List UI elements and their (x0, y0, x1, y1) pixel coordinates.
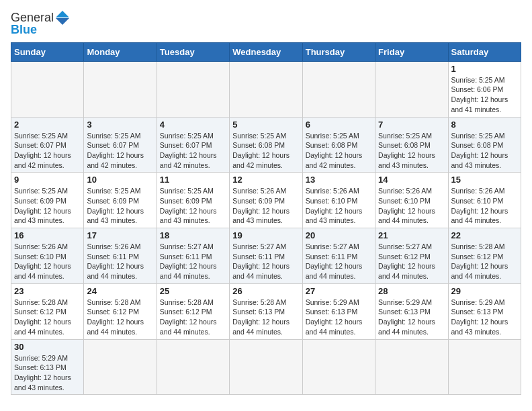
calendar-week-row: 23Sunrise: 5:28 AM Sunset: 6:12 PM Dayli… (11, 283, 521, 339)
calendar-table: SundayMondayTuesdayWednesdayThursdayFrid… (11, 42, 521, 396)
day-info: Sunrise: 5:26 AM Sunset: 6:11 PM Dayligh… (87, 242, 153, 281)
day-info: Sunrise: 5:25 AM Sunset: 6:08 PM Dayligh… (378, 131, 445, 171)
calendar-body: 1Sunrise: 5:25 AM Sunset: 6:06 PM Daylig… (11, 61, 521, 395)
day-info: Sunrise: 5:27 AM Sunset: 6:11 PM Dayligh… (160, 242, 226, 281)
day-number: 29 (451, 286, 518, 296)
day-number: 22 (451, 230, 518, 240)
day-number: 25 (160, 286, 226, 296)
day-number: 21 (378, 230, 445, 240)
day-number: 13 (306, 175, 372, 185)
day-info: Sunrise: 5:28 AM Sunset: 6:12 PM Dayligh… (160, 298, 226, 337)
day-number: 10 (87, 175, 153, 185)
day-info: Sunrise: 5:25 AM Sunset: 6:08 PM Dayligh… (232, 131, 299, 171)
day-info: Sunrise: 5:25 AM Sunset: 6:07 PM Dayligh… (14, 131, 81, 171)
day-number: 8 (451, 120, 518, 130)
calendar-cell: 18Sunrise: 5:27 AM Sunset: 6:11 PM Dayli… (157, 228, 229, 284)
day-number: 5 (232, 120, 299, 130)
day-number: 17 (87, 230, 153, 240)
calendar-cell: 10Sunrise: 5:25 AM Sunset: 6:09 PM Dayli… (84, 173, 157, 228)
day-number: 11 (160, 175, 226, 185)
calendar-week-row: 30Sunrise: 5:29 AM Sunset: 6:13 PM Dayli… (11, 339, 521, 395)
column-header-saturday: Saturday (448, 42, 521, 61)
calendar-cell: 26Sunrise: 5:28 AM Sunset: 6:13 PM Dayli… (230, 283, 302, 339)
day-info: Sunrise: 5:29 AM Sunset: 6:13 PM Dayligh… (306, 298, 372, 337)
day-info: Sunrise: 5:25 AM Sunset: 6:06 PM Dayligh… (451, 75, 518, 115)
day-number: 12 (232, 175, 299, 185)
calendar-cell: 21Sunrise: 5:27 AM Sunset: 6:12 PM Dayli… (375, 228, 448, 284)
day-info: Sunrise: 5:25 AM Sunset: 6:07 PM Dayligh… (160, 131, 226, 171)
calendar-cell: 15Sunrise: 5:26 AM Sunset: 6:10 PM Dayli… (448, 173, 521, 228)
calendar-cell (375, 339, 448, 395)
calendar-cell (11, 61, 84, 117)
column-header-tuesday: Tuesday (157, 42, 229, 61)
calendar-header-row: SundayMondayTuesdayWednesdayThursdayFrid… (11, 42, 521, 61)
logo: General Blue (11, 11, 69, 37)
day-info: Sunrise: 5:26 AM Sunset: 6:10 PM Dayligh… (378, 186, 445, 226)
day-info: Sunrise: 5:26 AM Sunset: 6:10 PM Dayligh… (306, 186, 372, 226)
calendar-cell: 3Sunrise: 5:25 AM Sunset: 6:07 PM Daylig… (84, 117, 157, 173)
calendar-cell: 22Sunrise: 5:28 AM Sunset: 6:12 PM Dayli… (448, 228, 521, 284)
day-info: Sunrise: 5:25 AM Sunset: 6:07 PM Dayligh… (87, 131, 153, 171)
calendar-cell (157, 339, 229, 395)
calendar-cell: 14Sunrise: 5:26 AM Sunset: 6:10 PM Dayli… (375, 173, 448, 228)
calendar-cell: 23Sunrise: 5:28 AM Sunset: 6:12 PM Dayli… (11, 283, 84, 339)
calendar-cell (302, 61, 375, 117)
column-header-friday: Friday (375, 42, 448, 61)
column-header-thursday: Thursday (302, 42, 375, 61)
day-number: 20 (306, 230, 372, 240)
column-header-monday: Monday (84, 42, 157, 61)
calendar-cell (230, 61, 302, 117)
calendar-cell: 28Sunrise: 5:29 AM Sunset: 6:13 PM Dayli… (375, 283, 448, 339)
day-number: 23 (14, 286, 81, 296)
day-info: Sunrise: 5:27 AM Sunset: 6:11 PM Dayligh… (306, 242, 372, 281)
day-number: 26 (232, 286, 299, 296)
calendar-cell: 17Sunrise: 5:26 AM Sunset: 6:11 PM Dayli… (84, 228, 157, 284)
calendar-cell: 5Sunrise: 5:25 AM Sunset: 6:08 PM Daylig… (230, 117, 302, 173)
calendar-cell: 24Sunrise: 5:28 AM Sunset: 6:12 PM Dayli… (84, 283, 157, 339)
day-number: 16 (14, 230, 81, 240)
calendar-cell: 2Sunrise: 5:25 AM Sunset: 6:07 PM Daylig… (11, 117, 84, 173)
day-info: Sunrise: 5:29 AM Sunset: 6:13 PM Dayligh… (14, 353, 81, 393)
calendar-cell (157, 61, 229, 117)
calendar-cell: 7Sunrise: 5:25 AM Sunset: 6:08 PM Daylig… (375, 117, 448, 173)
day-info: Sunrise: 5:25 AM Sunset: 6:09 PM Dayligh… (160, 186, 226, 226)
calendar-cell: 9Sunrise: 5:25 AM Sunset: 6:09 PM Daylig… (11, 173, 84, 228)
day-info: Sunrise: 5:27 AM Sunset: 6:11 PM Dayligh… (232, 242, 299, 281)
calendar-cell: 29Sunrise: 5:29 AM Sunset: 6:13 PM Dayli… (448, 283, 521, 339)
calendar-cell (302, 339, 375, 395)
calendar-week-row: 1Sunrise: 5:25 AM Sunset: 6:06 PM Daylig… (11, 61, 521, 117)
day-number: 19 (232, 230, 299, 240)
day-info: Sunrise: 5:29 AM Sunset: 6:13 PM Dayligh… (451, 298, 518, 337)
day-number: 28 (378, 286, 445, 296)
day-number: 1 (451, 64, 518, 74)
day-info: Sunrise: 5:26 AM Sunset: 6:10 PM Dayligh… (451, 186, 518, 226)
day-info: Sunrise: 5:26 AM Sunset: 6:10 PM Dayligh… (14, 242, 81, 281)
calendar-cell (375, 61, 448, 117)
day-number: 24 (87, 286, 153, 296)
day-info: Sunrise: 5:25 AM Sunset: 6:08 PM Dayligh… (306, 131, 372, 171)
day-info: Sunrise: 5:28 AM Sunset: 6:13 PM Dayligh… (232, 298, 299, 337)
calendar-cell: 4Sunrise: 5:25 AM Sunset: 6:07 PM Daylig… (157, 117, 229, 173)
calendar-cell (84, 339, 157, 395)
calendar-week-row: 16Sunrise: 5:26 AM Sunset: 6:10 PM Dayli… (11, 228, 521, 284)
day-number: 14 (378, 175, 445, 185)
day-number: 6 (306, 120, 372, 130)
calendar-cell: 27Sunrise: 5:29 AM Sunset: 6:13 PM Dayli… (302, 283, 375, 339)
calendar-week-row: 2Sunrise: 5:25 AM Sunset: 6:07 PM Daylig… (11, 117, 521, 173)
day-info: Sunrise: 5:28 AM Sunset: 6:12 PM Dayligh… (451, 242, 518, 281)
calendar-cell: 6Sunrise: 5:25 AM Sunset: 6:08 PM Daylig… (302, 117, 375, 173)
calendar-cell: 12Sunrise: 5:26 AM Sunset: 6:09 PM Dayli… (230, 173, 302, 228)
day-number: 18 (160, 230, 226, 240)
day-number: 30 (14, 342, 81, 352)
day-number: 7 (378, 120, 445, 130)
day-number: 3 (87, 120, 153, 130)
day-info: Sunrise: 5:25 AM Sunset: 6:08 PM Dayligh… (451, 131, 518, 171)
day-info: Sunrise: 5:25 AM Sunset: 6:09 PM Dayligh… (87, 186, 153, 226)
day-number: 2 (14, 120, 81, 130)
column-header-sunday: Sunday (11, 42, 84, 61)
day-info: Sunrise: 5:29 AM Sunset: 6:13 PM Dayligh… (378, 298, 445, 337)
calendar-cell (230, 339, 302, 395)
column-header-wednesday: Wednesday (230, 42, 302, 61)
day-info: Sunrise: 5:28 AM Sunset: 6:12 PM Dayligh… (14, 298, 81, 337)
day-number: 15 (451, 175, 518, 185)
